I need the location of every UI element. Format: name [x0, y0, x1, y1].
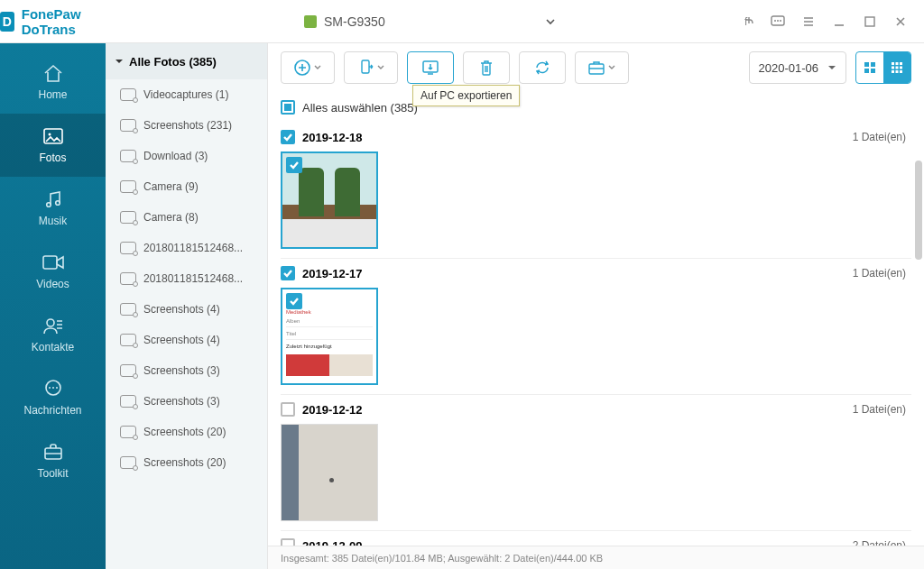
scrollbar[interactable] — [915, 161, 922, 260]
folder-item[interactable]: Screenshots (20) — [106, 417, 267, 447]
chevron-down-icon — [376, 63, 385, 72]
folders-header[interactable]: Alle Fotos (385) — [106, 43, 267, 79]
svg-point-14 — [52, 387, 54, 389]
maximize-button[interactable] — [863, 14, 877, 29]
svg-point-9 — [55, 201, 60, 206]
folder-item[interactable]: 201801181512468... — [106, 263, 267, 294]
folder-item[interactable]: Screenshots (3) — [106, 355, 267, 386]
nav-label: Musik — [39, 215, 67, 227]
close-button[interactable] — [893, 14, 908, 29]
folder-label: Videocaptures (1) — [143, 88, 229, 101]
folder-item[interactable]: Camera (8) — [106, 202, 267, 233]
photo-thumbnail[interactable] — [281, 151, 378, 249]
folder-item[interactable]: Download (3) — [106, 141, 267, 171]
export-pc-button[interactable] — [407, 51, 454, 84]
group-header[interactable]: 2019-12-09 2 Datei(en) — [281, 530, 911, 546]
folder-item[interactable]: Screenshots (4) — [106, 294, 267, 325]
chevron-down-icon — [827, 63, 836, 72]
thumb-checkbox[interactable] — [286, 293, 302, 309]
folder-label: 201801181512468... — [143, 272, 243, 285]
group-checkbox[interactable] — [281, 538, 295, 546]
toolbox-button[interactable] — [575, 51, 629, 84]
folder-icon — [120, 303, 136, 316]
photo-thumbnail[interactable] — [281, 424, 378, 521]
status-text: Insgesamt: 385 Datei(en)/101.84 MB; Ausg… — [281, 553, 603, 564]
group-checkbox[interactable] — [281, 130, 295, 144]
nav-musik[interactable]: Musik — [0, 177, 106, 240]
nav-fotos[interactable]: Fotos — [0, 114, 106, 177]
folder-item[interactable]: 201801181512468... — [106, 233, 267, 263]
thumb-checkbox[interactable] — [286, 157, 302, 173]
group-date: 2019-12-09 — [302, 539, 363, 546]
chevron-down-icon — [544, 15, 557, 28]
select-all-checkbox[interactable] — [281, 100, 295, 115]
select-all-row[interactable]: Alles auswählen (385) — [268, 92, 924, 123]
group-header[interactable]: 2019-12-12 1 Datei(en) — [281, 394, 911, 424]
folders-title: Alle Fotos (385) — [129, 55, 217, 69]
folder-item[interactable]: Screenshots (3) — [106, 386, 267, 417]
view-toggle — [855, 51, 911, 84]
svg-rect-10 — [43, 256, 57, 269]
date-selector[interactable]: 2020-01-06 — [749, 51, 847, 84]
group-header[interactable]: 2019-12-17 1 Datei(en) — [281, 258, 911, 288]
feedback-icon[interactable] — [771, 14, 785, 29]
folder-label: Screenshots (4) — [143, 303, 220, 316]
folder-item[interactable]: Screenshots (231) — [106, 110, 267, 141]
folder-icon — [120, 395, 136, 408]
svg-rect-22 — [871, 62, 875, 67]
main-pane: 2020-01-06 Auf PC exportieren Alles ausw… — [268, 43, 924, 569]
refresh-button[interactable] — [519, 51, 566, 84]
folder-icon — [120, 119, 136, 132]
folder-item[interactable]: Screenshots (4) — [106, 325, 267, 355]
view-small-grid[interactable] — [883, 52, 910, 83]
view-large-grid[interactable] — [856, 52, 883, 83]
photo-thumbnail[interactable]: Mediathek Alben Titel Zuletzt hinzugefüg… — [281, 288, 378, 385]
folder-icon — [120, 88, 136, 101]
thumb-text: Alben — [286, 318, 373, 327]
add-button[interactable] — [281, 51, 335, 84]
group-count: 1 Datei(en) — [853, 131, 911, 143]
nav-videos[interactable]: Videos — [0, 240, 106, 303]
music-icon — [42, 189, 65, 209]
window-controls: f — [740, 14, 924, 29]
nav-kontakte[interactable]: Kontakte — [0, 303, 106, 366]
minimize-button[interactable] — [832, 14, 846, 29]
status-bar: Insgesamt: 385 Datei(en)/101.84 MB; Ausg… — [268, 546, 924, 569]
svg-rect-28 — [892, 67, 894, 69]
folder-label: Camera (8) — [143, 211, 199, 224]
nav-home[interactable]: Home — [0, 50, 106, 114]
group-checkbox[interactable] — [281, 266, 295, 280]
svg-rect-26 — [896, 62, 899, 65]
export-device-button[interactable] — [344, 51, 398, 84]
nav-label: Home — [38, 88, 67, 101]
svg-rect-24 — [871, 69, 875, 73]
nav-label: Toolkit — [37, 467, 68, 480]
delete-button[interactable] — [463, 51, 510, 84]
folder-label: Download (3) — [143, 150, 208, 162]
group-date: 2019-12-18 — [302, 131, 363, 144]
svg-point-4 — [780, 20, 781, 22]
share-icon[interactable]: f — [740, 14, 754, 29]
chevron-down-icon — [607, 63, 616, 72]
folder-label: Screenshots (231) — [143, 119, 232, 132]
folder-item[interactable]: Videocaptures (1) — [106, 79, 267, 110]
nav-nachrichten[interactable]: Nachrichten — [0, 366, 106, 429]
folder-label: 201801181512468... — [143, 242, 243, 254]
menu-icon[interactable] — [801, 14, 816, 29]
folder-icon — [120, 334, 136, 346]
svg-rect-33 — [900, 70, 902, 73]
folder-item[interactable]: Screenshots (20) — [106, 447, 267, 478]
group-header[interactable]: 2019-12-18 1 Datei(en) — [281, 123, 911, 151]
group-checkbox[interactable] — [281, 402, 295, 417]
toolkit-icon — [42, 442, 65, 462]
folder-label: Screenshots (20) — [143, 456, 226, 469]
svg-rect-5 — [865, 17, 874, 26]
photo-groups[interactable]: 2019-12-18 1 Datei(en) 2019-12-17 1 Date… — [268, 123, 924, 546]
group-date: 2019-12-12 — [302, 403, 363, 417]
folder-item[interactable]: Camera (9) — [106, 171, 267, 202]
logo-icon: D — [0, 12, 14, 32]
device-selector[interactable]: SM-G9350 — [295, 7, 566, 36]
nav-toolkit[interactable]: Toolkit — [0, 429, 106, 492]
nav-label: Videos — [36, 278, 69, 290]
folder-icon — [120, 272, 136, 285]
